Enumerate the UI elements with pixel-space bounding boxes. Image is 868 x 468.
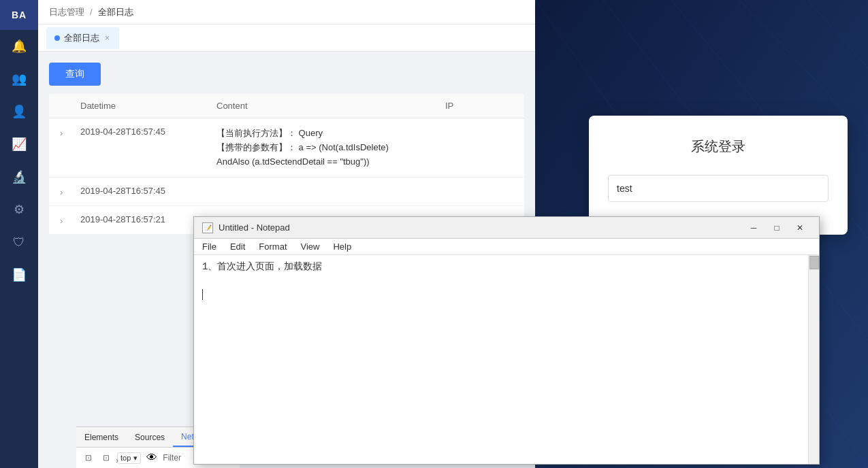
col-ip-header: IP: [445, 101, 513, 111]
devtools-eye-btn[interactable]: 👁: [145, 451, 159, 465]
col-content-header: Content: [216, 101, 445, 111]
tab-close-btn[interactable]: ×: [103, 33, 111, 43]
scrollbar-thumb: [809, 256, 819, 269]
table-row-main: › 2019-04-28T16:57:45: [49, 178, 524, 205]
sidebar-icon-bell[interactable]: 🔔: [0, 30, 38, 63]
row-content-1: 【当前执行方法】： Query 【携带的参数有】： a => (Not(a.td…: [216, 127, 445, 169]
table-row: › 2019-04-28T16:57:45: [49, 178, 524, 206]
table-row: › 2019-04-28T16:57:45 【当前执行方法】： Query 【携…: [49, 118, 524, 178]
row-datetime-2: 2019-04-28T16:57:45: [80, 186, 216, 196]
breadcrumb-parent: 日志管理: [49, 6, 84, 18]
sidebar-icon-flask[interactable]: 🔬: [0, 161, 38, 193]
col-datetime-header: Datetime: [80, 101, 216, 111]
notepad-close-btn[interactable]: ✕: [789, 221, 811, 235]
notepad-body: 1、首次进入页面，加载数据: [194, 255, 819, 464]
chevron-down-icon: ▾: [133, 454, 138, 463]
notepad-line-1: 1、首次进入页面，加载数据: [202, 261, 811, 273]
devtools-tab-elements[interactable]: Elements: [76, 427, 127, 447]
notepad-menu-file[interactable]: File: [197, 239, 222, 254]
tab-dot: [54, 35, 60, 41]
log-table: Datetime Content IP › 2019-04-28T16:57:4…: [49, 94, 524, 235]
row-datetime-1: 2019-04-28T16:57:45: [80, 127, 216, 137]
notepad-menu-view[interactable]: View: [295, 239, 325, 254]
username-wrapper: [608, 175, 829, 213]
notepad-titlebar: 📝 Untitled - Notepad ─ □ ✕: [194, 217, 819, 239]
breadcrumb-separator: /: [90, 7, 93, 17]
col-expand: [60, 101, 80, 111]
notepad-cursor-area: [202, 289, 811, 300]
text-cursor: [202, 289, 203, 300]
filter-label: Filter: [163, 453, 181, 463]
notepad-window: 📝 Untitled - Notepad ─ □ ✕ File Edit For…: [193, 216, 820, 465]
content-line-1: 【当前执行方法】： Query: [216, 127, 445, 141]
notepad-menu-edit[interactable]: Edit: [225, 239, 251, 254]
notepad-menu-format[interactable]: Format: [253, 239, 292, 254]
table-row-main: › 2019-04-28T16:57:45 【当前执行方法】： Query 【携…: [49, 118, 524, 177]
notepad-scrollbar[interactable]: [808, 255, 819, 464]
sidebar-icon-shield[interactable]: 🛡: [0, 226, 38, 258]
sidebar-icon-file[interactable]: 📄: [0, 258, 38, 291]
content-line-3: AndAlso (a.tdSectendDetail == "tbug")): [216, 155, 445, 169]
devtools-tab-sources[interactable]: Sources: [127, 427, 173, 447]
query-button[interactable]: 查询: [49, 63, 101, 86]
notepad-file-icon: 📝: [202, 222, 213, 233]
table-header: Datetime Content IP: [49, 94, 524, 118]
notepad-title-text: Untitled - Notepad: [219, 222, 290, 233]
tab-all-logs[interactable]: 全部日志 ×: [46, 27, 119, 49]
content-line-2: 【携带的参数有】： a => (Not(a.tdIsDelete): [216, 141, 445, 155]
sidebar-icon-chart[interactable]: 📈: [0, 128, 38, 161]
notepad-controls: ─ □ ✕: [743, 221, 811, 235]
notepad-content-area[interactable]: 1、首次进入页面，加载数据: [194, 255, 819, 464]
logo: BA: [0, 0, 38, 30]
notepad-maximize-btn[interactable]: □: [766, 221, 788, 235]
top-label: top: [120, 454, 131, 462]
notepad-menu-help[interactable]: Help: [327, 239, 357, 254]
notepad-minimize-btn[interactable]: ─: [743, 221, 765, 235]
expand-btn-1[interactable]: ›: [60, 127, 80, 138]
username-input[interactable]: [608, 175, 829, 202]
sidebar-icon-users[interactable]: 👥: [0, 63, 38, 95]
login-title: 系统登录: [608, 137, 829, 156]
sidebar-icon-settings[interactable]: ⚙: [0, 193, 38, 226]
breadcrumb: 日志管理 / 全部日志: [38, 0, 535, 24]
expand-btn-3[interactable]: ›: [60, 214, 80, 226]
chevron-right-icon: ›: [116, 456, 118, 465]
devtools-icon-1[interactable]: ⊡: [82, 451, 95, 465]
sidebar: BA 🔔 👥 👤 📈 🔬 ⚙ 🛡 📄: [0, 0, 38, 468]
sidebar-icon-person[interactable]: 👤: [0, 95, 38, 128]
breadcrumb-current: 全部日志: [98, 6, 133, 18]
tabs-bar: 全部日志 ×: [38, 24, 535, 52]
devtools-icon-2[interactable]: ⊡: [99, 451, 113, 465]
notepad-title: 📝 Untitled - Notepad: [202, 222, 290, 233]
devtools-top-select[interactable]: top ▾: [117, 452, 141, 464]
expand-btn-2[interactable]: ›: [60, 186, 80, 197]
devtools-expand-btn[interactable]: ›: [116, 456, 118, 465]
notepad-menubar: File Edit Format View Help: [194, 239, 819, 255]
tab-label: 全部日志: [64, 32, 99, 44]
